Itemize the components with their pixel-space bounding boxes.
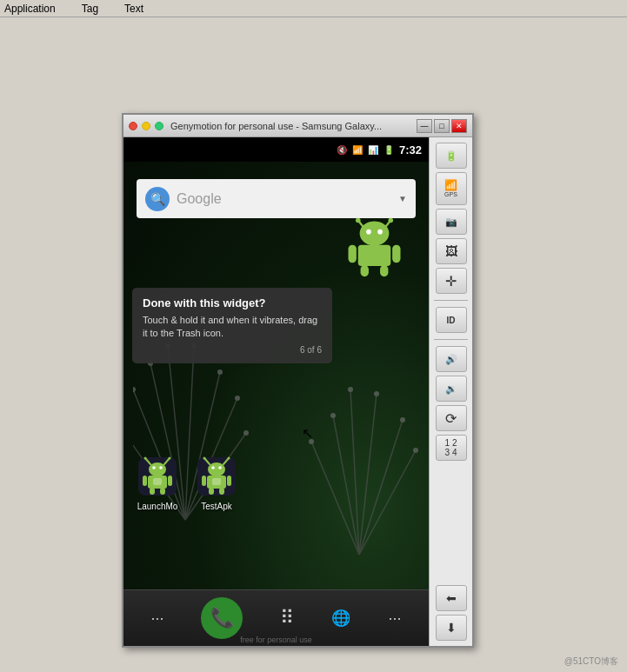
restore-button[interactable]: □ — [434, 119, 450, 133]
controls-panel: 🔋 📶 GPS 📷 🖼 — [429, 137, 472, 646]
dock-apps-grid[interactable]: ⠿ — [280, 607, 294, 629]
dock-watermark: free for personal use — [240, 635, 312, 644]
down-button[interactable]: ⬇ — [436, 615, 467, 641]
ctrl-divider — [434, 300, 468, 301]
svg-point-25 — [400, 417, 405, 422]
app-label-launchmo: LaunchMo — [137, 502, 178, 511]
rotate-button[interactable]: ⟳ — [436, 405, 467, 431]
app-label-testapk: TestApk — [201, 502, 232, 511]
svg-point-47 — [159, 466, 163, 469]
menu-application[interactable]: Application — [4, 3, 56, 15]
app-icon-launchmo[interactable]: LaunchMo — [137, 456, 178, 511]
svg-rect-38 — [361, 265, 369, 276]
svg-point-22 — [330, 413, 336, 418]
volume-down-icon: 🔉 — [445, 383, 457, 395]
phone-screen[interactable]: 🔇 📶 📊 🔋 7:32 — [123, 137, 429, 646]
svg-point-27 — [413, 448, 418, 453]
home-content[interactable]: 🔍 Google ▼ — [123, 162, 429, 589]
svg-point-23 — [348, 387, 353, 392]
window-body: 🔇 📶 📊 🔋 7:32 — [123, 137, 472, 646]
svg-point-57 — [203, 457, 206, 460]
menu-tag[interactable]: Tag — [82, 3, 98, 15]
minimize-circle[interactable] — [142, 122, 150, 130]
title-bar: Genymotion for personal use - Samsung Ga… — [123, 115, 472, 137]
dock-phone-button[interactable]: 📞 — [201, 597, 243, 639]
bottom-dock: ··· 📞 ⠿ 🌐 ··· free for personal use — [123, 589, 429, 646]
rotate-icon: ⟳ — [445, 410, 457, 427]
wifi-icon: 📶 — [352, 145, 363, 155]
battery-ctrl-button[interactable]: 🔋 — [436, 143, 467, 169]
svg-point-45 — [149, 462, 166, 476]
svg-rect-52 — [160, 488, 165, 495]
search-placeholder: Google — [177, 191, 222, 207]
gps-label: GPS — [444, 191, 457, 198]
svg-point-33 — [366, 230, 371, 235]
mute-icon: 🔇 — [337, 145, 347, 155]
top-menu-bar: Application Tag Text — [0, 0, 627, 17]
battery-status-icon: 🔋 — [384, 145, 394, 155]
volume-down-button[interactable]: 🔉 — [436, 376, 467, 402]
title-buttons: — □ ✕ — [417, 119, 467, 133]
dpad-ctrl-icon: ✛ — [445, 273, 457, 289]
tooltip-counter: 6 of 6 — [143, 345, 322, 355]
screenshot-ctrl-button[interactable]: 🖼 — [436, 238, 467, 264]
svg-point-15 — [243, 430, 249, 436]
svg-rect-50 — [168, 476, 172, 486]
svg-point-59 — [208, 462, 225, 476]
gps-ctrl-button[interactable]: 📶 GPS — [436, 172, 467, 205]
svg-rect-65 — [209, 488, 214, 495]
genymotion-window: Genymotion for personal use - Samsung Ga… — [122, 113, 474, 648]
tooltip-body: Touch & hold it and when it vibrates, dr… — [143, 314, 322, 341]
google-search-icon: 🔍 — [145, 187, 170, 211]
svg-rect-53 — [153, 478, 162, 485]
signal-icon: 📊 — [368, 145, 378, 155]
svg-rect-66 — [219, 488, 224, 495]
id-ctrl-icon: ID — [447, 316, 456, 325]
svg-point-30 — [356, 218, 361, 223]
minimize-button[interactable]: — — [417, 119, 432, 133]
tooltip-popup: Done with this widget? Touch & hold it a… — [132, 288, 332, 363]
dock-menu-left: ··· — [150, 609, 163, 628]
svg-rect-67 — [212, 478, 221, 485]
numpad-button[interactable]: 1 23 4 — [436, 435, 467, 461]
svg-rect-35 — [358, 245, 391, 266]
window-title: Genymotion for personal use - Samsung Ga… — [170, 121, 417, 131]
back-button[interactable]: ⬅ — [436, 585, 467, 611]
svg-point-46 — [152, 466, 156, 469]
svg-rect-39 — [380, 265, 388, 276]
menu-text[interactable]: Text — [124, 3, 143, 15]
svg-point-31 — [388, 218, 393, 223]
svg-point-34 — [377, 230, 383, 235]
svg-rect-63 — [202, 476, 206, 486]
dpad-ctrl-button[interactable]: ✛ — [436, 268, 467, 294]
svg-point-26 — [309, 439, 314, 444]
search-dropdown-icon: ▼ — [398, 194, 407, 203]
svg-line-20 — [311, 442, 359, 555]
camera-ctrl-icon: 📷 — [445, 216, 457, 228]
app-icon-testapk[interactable]: TestApk — [196, 456, 237, 511]
close-circle[interactable] — [129, 122, 137, 130]
maximize-circle[interactable] — [155, 122, 163, 130]
search-bar[interactable]: 🔍 Google ▼ — [137, 179, 416, 218]
volume-up-icon: 🔊 — [445, 354, 457, 365]
android-robot-large — [342, 214, 411, 283]
svg-point-61 — [218, 466, 222, 469]
dock-browser[interactable]: 🌐 — [331, 609, 350, 628]
svg-rect-64 — [227, 476, 231, 486]
volume-up-button[interactable]: 🔊 — [436, 346, 467, 372]
dock-menu-right: ··· — [388, 609, 401, 628]
camera-ctrl-button[interactable]: 📷 — [436, 209, 467, 235]
svg-point-44 — [169, 457, 171, 460]
svg-rect-49 — [143, 476, 147, 486]
svg-line-18 — [359, 394, 377, 555]
battery-ctrl-icon: 🔋 — [445, 150, 457, 162]
svg-rect-36 — [349, 245, 357, 263]
tooltip-title: Done with this widget? — [143, 296, 322, 309]
svg-point-43 — [144, 457, 147, 460]
close-button[interactable]: ✕ — [451, 119, 467, 133]
down-arrow-icon: ⬇ — [446, 621, 457, 635]
id-ctrl-button[interactable]: ID — [436, 307, 467, 333]
svg-point-60 — [211, 466, 215, 469]
screenshot-ctrl-icon: 🖼 — [445, 244, 457, 258]
svg-point-32 — [360, 221, 390, 245]
